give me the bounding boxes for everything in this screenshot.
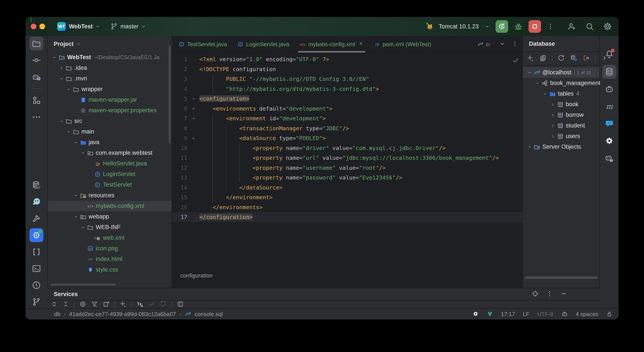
- tool-stripe-project[interactable]: [30, 37, 43, 50]
- project-tree-row-style.css[interactable]: 3style.css: [48, 264, 172, 275]
- stop-button[interactable]: [528, 20, 541, 33]
- tool-stripe-more-tools[interactable]: [30, 110, 43, 124]
- console-tx-button[interactable]: Tx: [136, 301, 144, 308]
- services-more-v-button[interactable]: [546, 290, 553, 298]
- tool-stripe-problems[interactable]: [30, 278, 43, 292]
- status-session-segment[interactable]: 41add2ec-ce77-4939-a99d-083c12a6ba07: [69, 311, 176, 318]
- project-tree-row-web.xml[interactable]: </web.xml: [48, 232, 172, 243]
- project-panel-title[interactable]: Project: [54, 41, 74, 48]
- branch-selector[interactable]: master: [120, 23, 138, 30]
- services-crosshair-button[interactable]: [532, 290, 539, 298]
- tool-stripe-brackets-tool[interactable]: [30, 245, 43, 259]
- fold-gutter[interactable]: [189, 114, 198, 124]
- project-tree-row-HelloServlet.java[interactable]: HelloServlet.java: [48, 158, 172, 169]
- project-tree-row-mybatis-config.xml[interactable]: </>mybatis-config.xml: [48, 201, 172, 211]
- tab-pom.xml (WebTest)[interactable]: mpom.xml (WebTest): [369, 36, 436, 52]
- console-expand-all-button[interactable]: [51, 301, 58, 308]
- project-tree-row-maven-wrapper.jar[interactable]: maven-wrapper.jar: [48, 94, 172, 105]
- tool-stripe-ai-chat[interactable]: [602, 152, 616, 166]
- console-collapse-all-button[interactable]: [62, 301, 69, 308]
- tool-stripe-services[interactable]: [30, 228, 43, 242]
- db-tree-row-book_management[interactable]: book_management: [523, 78, 599, 88]
- status-position[interactable]: 17:17: [501, 311, 515, 318]
- project-tree-row-.mvn[interactable]: .mvn: [48, 73, 172, 84]
- project-tree-row-main[interactable]: main: [48, 126, 172, 137]
- zoom-window-button[interactable]: [31, 17, 31, 22]
- project-tree-row-icon.png[interactable]: icon.png: [48, 243, 172, 254]
- debug-button[interactable]: [514, 22, 523, 31]
- status-indent[interactable]: 4 spaces: [576, 311, 598, 318]
- project-tree-row-src[interactable]: src: [48, 116, 172, 126]
- close-window-button[interactable]: [31, 24, 36, 29]
- db-toolbar-disconnect-button[interactable]: [583, 54, 590, 63]
- project-vertical-scrollbar[interactable]: [168, 46, 171, 143]
- database-panel-title[interactable]: Database: [529, 40, 555, 47]
- robot-status-icon[interactable]: [561, 310, 568, 318]
- breadcrumb[interactable]: configuration: [180, 272, 212, 279]
- project-tree-row-resources[interactable]: resources: [48, 190, 172, 201]
- db-tree-row-borrow[interactable]: borrow: [523, 110, 599, 120]
- services-minus-button[interactable]: [560, 290, 567, 298]
- fold-gutter[interactable]: [189, 104, 198, 114]
- rerun-button[interactable]: [496, 20, 508, 33]
- tool-stripe-structure[interactable]: [30, 94, 43, 107]
- tool-stripe-openai[interactable]: [602, 134, 616, 148]
- status-file-segment[interactable]: console.sql: [194, 311, 223, 318]
- project-tree-row-webapp[interactable]: webapp: [48, 211, 172, 222]
- project-tree-row-WEB-INF[interactable]: WEB-INF: [48, 222, 172, 232]
- status-db-segment[interactable]: db: [54, 311, 60, 318]
- search-everywhere-button[interactable]: [585, 22, 594, 31]
- project-tree-row-index.html[interactable]: <>index.html: [48, 254, 172, 264]
- settings-button[interactable]: [603, 22, 612, 31]
- close-tab-button[interactable]: [358, 41, 364, 48]
- console-add-button[interactable]: [120, 301, 126, 308]
- tool-stripe-plugin-robot[interactable]: [602, 82, 616, 96]
- console-eye-target-button[interactable]: [79, 301, 86, 308]
- db-tree-row-users[interactable]: users: [523, 131, 599, 142]
- minimize-window-button[interactable]: [40, 24, 45, 29]
- tool-stripe-database-changes[interactable]: [30, 178, 43, 192]
- db-toolbar-refresh-button[interactable]: [558, 54, 565, 63]
- project-tree-row-LoginServlet[interactable]: CLoginServlet: [48, 169, 172, 180]
- tab-LoginServlet.java[interactable]: CLoginServlet.java: [232, 36, 294, 52]
- tool-stripe-plugin-owl[interactable]: [30, 195, 43, 209]
- tab-mybatis-config.xml[interactable]: </>mybatis-config.xml: [294, 36, 369, 52]
- project-tree-row-com.example.webtest[interactable]: com.example.webtest: [48, 148, 172, 158]
- status-encoding[interactable]: UTF-8: [537, 311, 553, 318]
- tab-cc[interactable]: cc: [472, 36, 497, 52]
- code-editor[interactable]: 1<?xml version="1.0" encoding="UTF-8" ?>…: [172, 53, 523, 270]
- db-toolbar-add-button[interactable]: [527, 54, 534, 63]
- db-tree-row-Server Objects[interactable]: Server Objects: [523, 142, 599, 152]
- add-user-button[interactable]: [567, 22, 576, 31]
- tool-stripe-maven[interactable]: m: [602, 100, 616, 113]
- tab-list-dropdown[interactable]: [499, 40, 506, 48]
- project-tree-row-maven-wrapper.properties[interactable]: maven-wrapper.properties: [48, 105, 172, 116]
- tool-stripe-ai-help[interactable]: ?: [30, 70, 43, 84]
- console-funnel-button[interactable]: [91, 301, 98, 308]
- project-tree-row-TestServlet[interactable]: CTestServlet: [48, 180, 172, 190]
- status-line-ending[interactable]: LF: [523, 311, 529, 318]
- tool-stripe-notifications[interactable]: [602, 48, 616, 61]
- console-check-button[interactable]: [148, 301, 155, 308]
- project-tree-row-java[interactable]: java: [48, 137, 172, 148]
- project-horizontal-scrollbar[interactable]: [51, 284, 116, 286]
- tool-stripe-build[interactable]: [30, 212, 43, 226]
- tab-options-button[interactable]: [512, 40, 518, 48]
- run-configuration-selector[interactable]: Tomcat 10.1.23: [438, 23, 479, 30]
- db-tree-row-tables[interactable]: tables4: [523, 88, 599, 99]
- tool-stripe-commit[interactable]: [30, 53, 43, 67]
- tool-stripe-version-control[interactable]: [30, 295, 43, 309]
- v-plugin-status-icon[interactable]: [487, 311, 493, 317]
- tool-stripe-chat[interactable]: [602, 117, 616, 131]
- console-layout-button[interactable]: [177, 301, 184, 308]
- project-tree-row-wrapper[interactable]: wrapper: [48, 84, 172, 94]
- tool-stripe-database[interactable]: [602, 65, 616, 79]
- more-actions-button[interactable]: [547, 23, 554, 30]
- project-tree-row-.idea[interactable]: .idea: [48, 63, 172, 73]
- console-rollback-button[interactable]: [160, 301, 167, 308]
- database-horizontal-scrollbar[interactable]: [524, 276, 598, 279]
- db-tree-row-@localhost[interactable]: @localhost1 of 10: [523, 67, 599, 78]
- project-selector[interactable]: WebTest: [69, 23, 93, 30]
- console-open-split-button[interactable]: [103, 301, 110, 308]
- db-toolbar-copy-button[interactable]: [539, 54, 547, 63]
